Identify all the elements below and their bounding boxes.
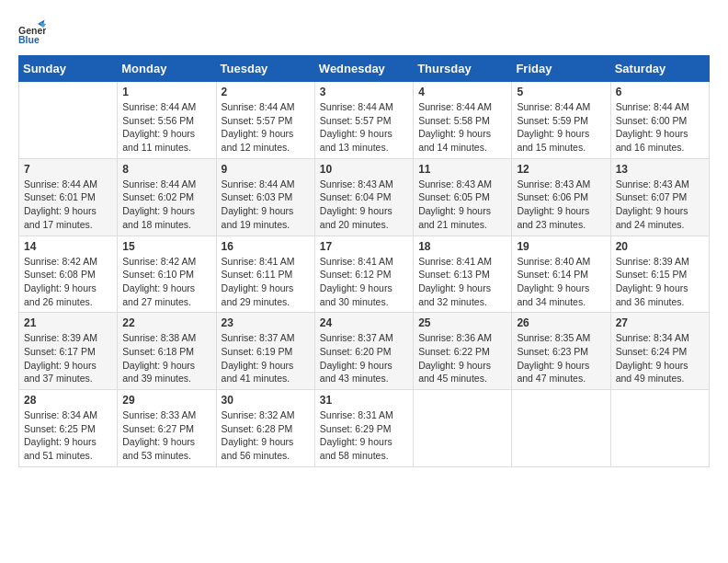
calendar-cell: 12Sunrise: 8:43 AMSunset: 6:06 PMDayligh… [512, 158, 610, 236]
calendar-cell [414, 390, 512, 467]
day-number: 16 [222, 240, 310, 253]
calendar-cell: 16Sunrise: 8:41 AMSunset: 6:11 PMDayligh… [216, 236, 314, 313]
header: General Blue [18, 18, 710, 46]
day-info: Sunrise: 8:31 AMSunset: 6:29 PMDaylight:… [320, 408, 408, 463]
header-day-thursday: Thursday [414, 56, 512, 82]
logo: General Blue [18, 18, 46, 46]
calendar-cell: 2Sunrise: 8:44 AMSunset: 5:57 PMDaylight… [216, 82, 314, 159]
calendar-cell: 25Sunrise: 8:36 AMSunset: 6:22 PMDayligh… [414, 313, 512, 390]
day-number: 24 [320, 316, 408, 329]
day-info: Sunrise: 8:38 AMSunset: 6:18 PMDaylight:… [122, 331, 210, 385]
day-number: 18 [418, 240, 506, 253]
day-number: 4 [418, 86, 506, 98]
calendar-cell [512, 390, 610, 467]
day-info: Sunrise: 8:35 AMSunset: 6:23 PMDaylight:… [517, 331, 605, 385]
day-number: 30 [222, 394, 310, 407]
calendar-body: 1Sunrise: 8:44 AMSunset: 5:56 PMDaylight… [19, 82, 710, 467]
calendar-cell: 9Sunrise: 8:44 AMSunset: 6:03 PMDaylight… [216, 158, 314, 236]
day-info: Sunrise: 8:44 AMSunset: 6:01 PMDaylight:… [24, 178, 112, 232]
calendar-cell: 14Sunrise: 8:42 AMSunset: 6:08 PMDayligh… [19, 236, 118, 313]
day-number: 14 [24, 240, 112, 253]
calendar-cell: 11Sunrise: 8:43 AMSunset: 6:05 PMDayligh… [414, 158, 512, 236]
calendar-cell: 24Sunrise: 8:37 AMSunset: 6:20 PMDayligh… [314, 313, 413, 390]
calendar-cell [610, 390, 709, 467]
day-info: Sunrise: 8:32 AMSunset: 6:28 PMDaylight:… [222, 408, 310, 463]
day-number: 12 [517, 163, 605, 176]
calendar-week-1: 1Sunrise: 8:44 AMSunset: 5:56 PMDaylight… [19, 82, 710, 159]
calendar-cell: 4Sunrise: 8:44 AMSunset: 5:58 PMDaylight… [414, 82, 512, 159]
day-info: Sunrise: 8:44 AMSunset: 5:57 PMDaylight:… [222, 100, 310, 155]
header-day-wednesday: Wednesday [314, 56, 413, 82]
day-number: 11 [418, 163, 506, 176]
day-info: Sunrise: 8:40 AMSunset: 6:14 PMDaylight:… [517, 255, 605, 309]
day-number: 28 [24, 394, 112, 407]
calendar-cell: 22Sunrise: 8:38 AMSunset: 6:18 PMDayligh… [118, 313, 216, 390]
day-info: Sunrise: 8:36 AMSunset: 6:22 PMDaylight:… [418, 331, 506, 385]
day-number: 6 [616, 86, 704, 98]
calendar-cell: 29Sunrise: 8:33 AMSunset: 6:27 PMDayligh… [118, 390, 216, 467]
day-number: 29 [122, 394, 210, 407]
calendar-cell: 17Sunrise: 8:41 AMSunset: 6:12 PMDayligh… [314, 236, 413, 313]
day-info: Sunrise: 8:37 AMSunset: 6:20 PMDaylight:… [320, 331, 408, 385]
calendar-week-2: 7Sunrise: 8:44 AMSunset: 6:01 PMDaylight… [19, 158, 710, 236]
day-number: 22 [122, 316, 210, 329]
day-info: Sunrise: 8:44 AMSunset: 6:02 PMDaylight:… [122, 178, 210, 232]
header-day-friday: Friday [512, 56, 610, 82]
day-info: Sunrise: 8:44 AMSunset: 5:57 PMDaylight:… [320, 100, 408, 155]
day-info: Sunrise: 8:41 AMSunset: 6:11 PMDaylight:… [222, 255, 310, 309]
calendar-cell: 6Sunrise: 8:44 AMSunset: 6:00 PMDaylight… [610, 82, 709, 159]
header-day-saturday: Saturday [610, 56, 709, 82]
day-number: 21 [24, 316, 112, 329]
svg-text:Blue: Blue [18, 34, 40, 45]
calendar-week-5: 28Sunrise: 8:34 AMSunset: 6:25 PMDayligh… [19, 390, 710, 467]
day-info: Sunrise: 8:44 AMSunset: 5:59 PMDaylight:… [517, 100, 605, 155]
day-info: Sunrise: 8:33 AMSunset: 6:27 PMDaylight:… [122, 408, 210, 463]
day-info: Sunrise: 8:34 AMSunset: 6:25 PMDaylight:… [24, 408, 112, 463]
day-number: 5 [517, 86, 605, 98]
day-info: Sunrise: 8:44 AMSunset: 6:00 PMDaylight:… [616, 100, 704, 155]
calendar-cell: 20Sunrise: 8:39 AMSunset: 6:15 PMDayligh… [610, 236, 709, 313]
calendar-cell: 1Sunrise: 8:44 AMSunset: 5:56 PMDaylight… [118, 82, 216, 159]
header-day-tuesday: Tuesday [216, 56, 314, 82]
calendar-cell: 13Sunrise: 8:43 AMSunset: 6:07 PMDayligh… [610, 158, 709, 236]
calendar-cell: 15Sunrise: 8:42 AMSunset: 6:10 PMDayligh… [118, 236, 216, 313]
day-number: 2 [222, 86, 310, 98]
day-info: Sunrise: 8:34 AMSunset: 6:24 PMDaylight:… [616, 331, 704, 385]
day-number: 26 [517, 316, 605, 329]
header-day-monday: Monday [118, 56, 216, 82]
calendar-cell: 19Sunrise: 8:40 AMSunset: 6:14 PMDayligh… [512, 236, 610, 313]
day-info: Sunrise: 8:44 AMSunset: 5:56 PMDaylight:… [122, 100, 210, 155]
day-number: 31 [320, 394, 408, 407]
day-number: 7 [24, 163, 112, 176]
day-number: 15 [122, 240, 210, 253]
header-day-sunday: Sunday [19, 56, 118, 82]
day-info: Sunrise: 8:43 AMSunset: 6:05 PMDaylight:… [418, 178, 506, 232]
calendar-cell: 10Sunrise: 8:43 AMSunset: 6:04 PMDayligh… [314, 158, 413, 236]
calendar-header: SundayMondayTuesdayWednesdayThursdayFrid… [19, 56, 710, 82]
day-info: Sunrise: 8:37 AMSunset: 6:19 PMDaylight:… [222, 331, 310, 385]
day-info: Sunrise: 8:39 AMSunset: 6:17 PMDaylight:… [24, 331, 112, 385]
day-number: 25 [418, 316, 506, 329]
day-info: Sunrise: 8:43 AMSunset: 6:07 PMDaylight:… [616, 178, 704, 232]
header-row: SundayMondayTuesdayWednesdayThursdayFrid… [19, 56, 710, 82]
day-info: Sunrise: 8:42 AMSunset: 6:10 PMDaylight:… [122, 255, 210, 309]
calendar-cell: 21Sunrise: 8:39 AMSunset: 6:17 PMDayligh… [19, 313, 118, 390]
calendar-cell: 27Sunrise: 8:34 AMSunset: 6:24 PMDayligh… [610, 313, 709, 390]
day-info: Sunrise: 8:43 AMSunset: 6:06 PMDaylight:… [517, 178, 605, 232]
day-info: Sunrise: 8:42 AMSunset: 6:08 PMDaylight:… [24, 255, 112, 309]
day-number: 23 [222, 316, 310, 329]
day-info: Sunrise: 8:43 AMSunset: 6:04 PMDaylight:… [320, 178, 408, 232]
calendar-cell: 7Sunrise: 8:44 AMSunset: 6:01 PMDaylight… [19, 158, 118, 236]
day-number: 27 [616, 316, 704, 329]
calendar-cell: 18Sunrise: 8:41 AMSunset: 6:13 PMDayligh… [414, 236, 512, 313]
calendar-table: SundayMondayTuesdayWednesdayThursdayFrid… [18, 55, 710, 467]
day-info: Sunrise: 8:39 AMSunset: 6:15 PMDaylight:… [616, 255, 704, 309]
calendar-cell: 30Sunrise: 8:32 AMSunset: 6:28 PMDayligh… [216, 390, 314, 467]
calendar-week-3: 14Sunrise: 8:42 AMSunset: 6:08 PMDayligh… [19, 236, 710, 313]
logo-icon: General Blue [18, 18, 46, 46]
day-number: 20 [616, 240, 704, 253]
day-info: Sunrise: 8:44 AMSunset: 5:58 PMDaylight:… [418, 100, 506, 155]
day-number: 8 [122, 163, 210, 176]
calendar-week-4: 21Sunrise: 8:39 AMSunset: 6:17 PMDayligh… [19, 313, 710, 390]
calendar-cell: 26Sunrise: 8:35 AMSunset: 6:23 PMDayligh… [512, 313, 610, 390]
